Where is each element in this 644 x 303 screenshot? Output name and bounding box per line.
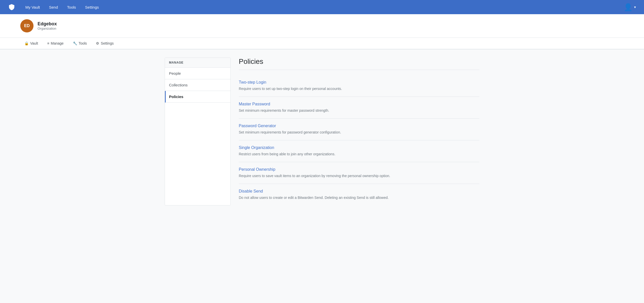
nav-send[interactable]: Send [45, 3, 62, 11]
policy-disable-send: Disable Send Do not allow users to creat… [239, 184, 479, 205]
policy-password-generator-link[interactable]: Password Generator [239, 124, 479, 128]
org-type: Organization [38, 27, 57, 30]
nav-tools[interactable]: Tools [63, 3, 80, 11]
nav-my-vault[interactable]: My Vault [21, 3, 44, 11]
top-nav-links: My Vault Send Tools Settings [21, 3, 624, 11]
sidebar-section-manage: MANAGE [165, 58, 230, 68]
settings-icon: ⚙ [96, 41, 99, 45]
policies-list: Two-step Login Require users to set up t… [239, 75, 479, 205]
top-navigation: My Vault Send Tools Settings 👤 ▾ [0, 0, 644, 14]
org-info: Edgebox Organization [38, 21, 57, 30]
sidebar-item-collections[interactable]: Collections [165, 79, 230, 91]
org-avatar: ED [20, 19, 33, 32]
user-menu-arrow: ▾ [634, 5, 636, 9]
nav-settings[interactable]: Settings [81, 3, 103, 11]
page-title: Policies [239, 58, 479, 70]
policy-disable-send-link[interactable]: Disable Send [239, 189, 479, 194]
content-area: Policies Two-step Login Require users to… [239, 58, 479, 205]
policy-single-organization-desc: Restrict users from being able to join a… [239, 152, 479, 157]
user-avatar-icon: 👤 [624, 3, 633, 11]
org-nav-tools[interactable]: 🔧 Tools [69, 38, 91, 49]
org-nav-settings[interactable]: ⚙ Settings [92, 38, 118, 49]
policy-disable-send-desc: Do not allow users to create or edit a B… [239, 195, 479, 200]
policy-master-password-link[interactable]: Master Password [239, 102, 479, 106]
sidebar-item-policies[interactable]: Policies [165, 91, 230, 103]
logo [8, 4, 15, 11]
sidebar-item-people[interactable]: People [165, 68, 230, 79]
sidebar: MANAGE People Collections Policies [165, 58, 231, 205]
policy-two-step-login-desc: Require users to set up two-step login o… [239, 86, 479, 91]
policy-personal-ownership: Personal Ownership Require users to save… [239, 162, 479, 184]
main-layout: MANAGE People Collections Policies Polic… [144, 58, 500, 205]
org-subnav: 🔒 Vault ≡ Manage 🔧 Tools ⚙ Settings [0, 38, 644, 49]
org-nav-manage[interactable]: ≡ Manage [43, 38, 68, 49]
policy-single-organization: Single Organization Restrict users from … [239, 140, 479, 162]
policy-personal-ownership-link[interactable]: Personal Ownership [239, 167, 479, 172]
user-menu[interactable]: 👤 ▾ [624, 3, 636, 11]
org-header: ED Edgebox Organization [0, 14, 644, 38]
policy-single-organization-link[interactable]: Single Organization [239, 145, 479, 150]
policy-master-password: Master Password Set minimum requirements… [239, 97, 479, 119]
policy-password-generator: Password Generator Set minimum requireme… [239, 119, 479, 140]
org-name: Edgebox [38, 21, 57, 27]
org-nav-vault[interactable]: 🔒 Vault [20, 38, 42, 49]
lock-icon: 🔒 [24, 41, 29, 45]
tools-icon: 🔧 [73, 41, 77, 45]
policy-two-step-login: Two-step Login Require users to set up t… [239, 75, 479, 97]
policy-two-step-login-link[interactable]: Two-step Login [239, 80, 479, 85]
policy-master-password-desc: Set minimum requirements for master pass… [239, 108, 479, 113]
manage-icon: ≡ [47, 41, 49, 45]
policy-personal-ownership-desc: Require users to save vault items to an … [239, 173, 479, 179]
policy-password-generator-desc: Set minimum requirements for password ge… [239, 130, 479, 135]
